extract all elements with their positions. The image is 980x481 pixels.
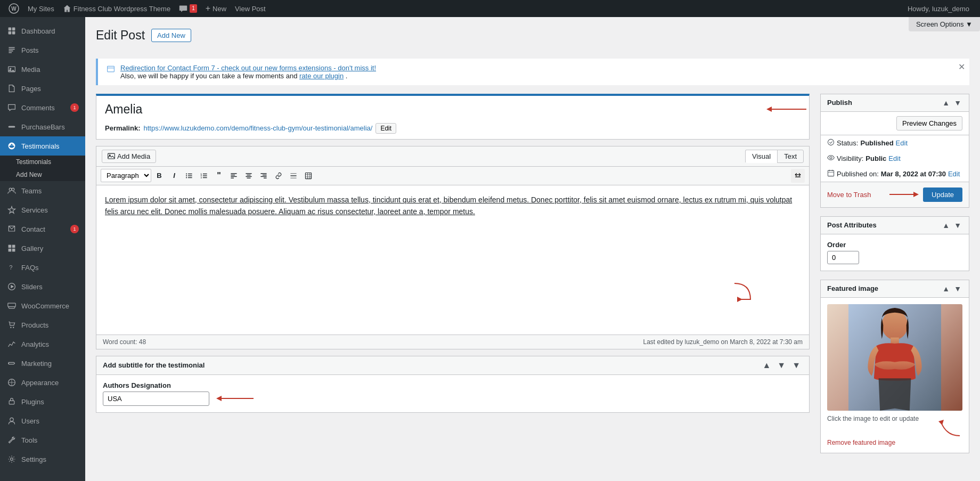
ordered-list-button[interactable]: 123: [197, 169, 211, 183]
tools-icon: [6, 435, 17, 445]
my-sites-link[interactable]: My Sites: [23, 0, 59, 17]
sidebar-label-gallery: Gallery: [21, 244, 43, 252]
published-on-row: Published on: Mar 8, 2022 at 07:30 Edit: [821, 166, 969, 182]
sidebar-item-appearance[interactable]: Appearance: [0, 373, 85, 392]
editor-footer: Word count: 48 Last edited by luzuk_demo…: [96, 335, 809, 349]
update-button[interactable]: Update: [923, 187, 962, 202]
notice-link[interactable]: Redirection for Contact Form 7 - check o…: [120, 64, 376, 72]
screen-options-button[interactable]: Screen Options ▼: [909, 17, 980, 31]
rate-plugin-link[interactable]: rate our plugin: [299, 72, 344, 80]
align-right-button[interactable]: [257, 169, 271, 183]
sidebar-item-services[interactable]: Services: [0, 200, 85, 219]
publish-panel-up[interactable]: ▲: [941, 99, 951, 107]
align-left-button[interactable]: [227, 169, 241, 183]
permalink-row: Permalink: https://www.luzukdemo.com/dem…: [96, 123, 809, 139]
bold-button[interactable]: B: [152, 169, 166, 183]
meta-box-toggle[interactable]: ▼: [790, 361, 803, 370]
featured-img-up[interactable]: ▲: [941, 284, 951, 293]
sidebar-item-woocommerce[interactable]: WooCommerce: [0, 296, 85, 315]
testimonials-submenu: Testimonials Add New: [0, 156, 85, 181]
format-select[interactable]: Paragraph Heading 1 Heading 2 Heading 3: [101, 169, 151, 182]
post-attrs-down[interactable]: ▼: [953, 221, 962, 230]
home-link[interactable]: Fitness Club Wordpress Theme: [59, 0, 175, 17]
meta-box-collapse-down[interactable]: ▼: [775, 361, 788, 370]
featured-img-down[interactable]: ▼: [953, 284, 962, 293]
permalink-edit-button[interactable]: Edit: [375, 123, 396, 134]
editor-toolbar: Paragraph Heading 1 Heading 2 Heading 3 …: [96, 167, 809, 185]
order-input[interactable]: [827, 251, 859, 264]
wp-logo-link[interactable]: W: [4, 0, 23, 17]
editor-content-area[interactable]: Lorem ipsum dolor sit amet, consectetur …: [96, 185, 809, 335]
italic-button[interactable]: I: [167, 169, 181, 183]
comments-link[interactable]: 1: [175, 0, 201, 17]
sidebar-item-add-new[interactable]: Add New: [0, 168, 85, 181]
add-new-button[interactable]: Add New: [151, 29, 191, 42]
meta-box-collapse-up[interactable]: ▲: [760, 361, 773, 370]
subtitle-meta-box-header[interactable]: Add subtitle for the testimonial ▲ ▼ ▼: [96, 356, 809, 375]
admin-bar: W My Sites Fitness Club Wordpress Theme …: [0, 0, 980, 17]
post-title-input[interactable]: [96, 96, 762, 123]
sidebar-item-dashboard[interactable]: Dashboard: [0, 21, 85, 40]
notice-dismiss-button[interactable]: ✕: [958, 63, 965, 71]
sidebar-item-products[interactable]: Products: [0, 315, 85, 335]
sidebar-item-teams[interactable]: Teams: [0, 181, 85, 200]
permalink-url[interactable]: https://www.luzukdemo.com/demo/fitness-c…: [143, 124, 372, 132]
authors-designation-input[interactable]: [103, 392, 209, 406]
featured-image-thumbnail[interactable]: [827, 304, 962, 411]
featured-image-caption-row: Click the image to edit or update: [827, 415, 962, 438]
sidebar-item-purchasebars[interactable]: PurchaseBars: [0, 117, 85, 136]
meta-box-controls: ▲ ▼ ▼: [760, 361, 803, 370]
sidebar-item-faqs[interactable]: ? FAQs: [0, 258, 85, 277]
view-post-link[interactable]: View Post: [231, 0, 270, 17]
designation-arrow: [214, 393, 256, 404]
add-media-button[interactable]: Add Media: [102, 150, 156, 163]
sidebar-item-settings[interactable]: Settings: [0, 450, 85, 469]
plugins-icon: [6, 396, 17, 407]
expand-toolbar-button[interactable]: [791, 169, 805, 183]
sidebar-item-contact[interactable]: Contact 1: [0, 219, 85, 239]
sidebar-item-pages[interactable]: Pages: [0, 79, 85, 98]
featured-image-caption: Click the image to edit or update: [827, 415, 926, 422]
sidebar-item-tools[interactable]: Tools: [0, 430, 85, 450]
sidebar-item-marketing[interactable]: Marketing: [0, 354, 85, 373]
post-title-wrap: Permalink: https://www.luzukdemo.com/dem…: [96, 94, 810, 140]
new-link[interactable]: + New: [201, 0, 231, 17]
unordered-list-button[interactable]: [182, 169, 196, 183]
sidebar-item-testimonials-list[interactable]: Testimonials: [0, 156, 85, 168]
preview-changes-button[interactable]: Preview Changes: [896, 116, 962, 131]
table-button[interactable]: [301, 169, 315, 183]
post-attributes-header: Post Attributes ▲ ▼: [821, 217, 969, 234]
link-button[interactable]: [272, 169, 285, 183]
remove-featured-image-link[interactable]: Remove featured image: [827, 439, 895, 446]
visual-tab[interactable]: Visual: [745, 150, 778, 163]
post-attributes-controls: ▲ ▼: [941, 221, 962, 230]
editor-box: Add Media Visual Text Paragraph Headi: [96, 146, 810, 349]
sidebar-item-users[interactable]: Users: [0, 411, 85, 430]
services-icon: [6, 205, 17, 215]
move-to-trash-link[interactable]: Move to Trash: [827, 191, 871, 199]
published-on-value: Mar 8, 2022 at 07:30: [881, 170, 946, 178]
sidebar-item-plugins[interactable]: Plugins: [0, 392, 85, 411]
sliders-icon: [6, 281, 17, 292]
publish-panel-title: Publish: [827, 99, 852, 107]
sidebar-item-analytics[interactable]: Analytics: [0, 335, 85, 354]
sidebar-item-media[interactable]: Media: [0, 60, 85, 79]
sidebar-label-analytics: Analytics: [21, 340, 49, 348]
publish-panel-down[interactable]: ▼: [953, 99, 962, 107]
sidebar-item-sliders[interactable]: Sliders: [0, 277, 85, 296]
sidebar-item-gallery[interactable]: Gallery: [0, 239, 85, 258]
blockquote-button[interactable]: ": [212, 169, 226, 183]
status-icon: [827, 138, 835, 148]
sidebar-label-faqs: FAQs: [21, 264, 39, 272]
text-tab[interactable]: Text: [777, 150, 804, 163]
post-attributes-panel: Post Attributes ▲ ▼ Order: [820, 216, 969, 271]
sidebar-item-posts[interactable]: Posts: [0, 40, 85, 60]
status-edit-link[interactable]: Edit: [896, 139, 908, 147]
sidebar-item-comments[interactable]: Comments 1: [0, 98, 85, 117]
published-on-edit-link[interactable]: Edit: [948, 170, 960, 178]
post-attrs-up[interactable]: ▲: [941, 221, 951, 230]
sidebar-item-testimonials[interactable]: Testimonials: [0, 136, 85, 156]
visibility-edit-link[interactable]: Edit: [888, 154, 900, 162]
align-center-button[interactable]: [242, 169, 256, 183]
horizontal-rule-button[interactable]: [287, 169, 300, 183]
